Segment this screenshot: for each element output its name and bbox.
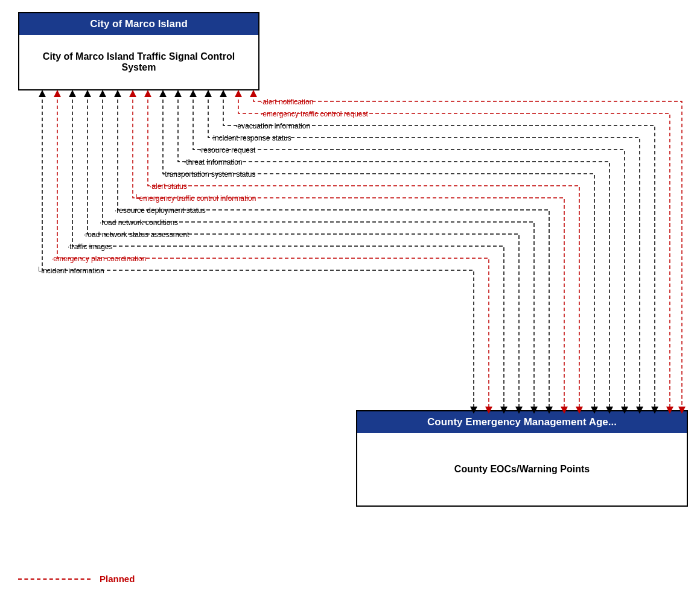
svg-text:·alert notification: ·alert notification: [261, 98, 313, 106]
flow-resource-deployment-status: ·resource deployment status: [115, 93, 549, 410]
flow-emergency-plan-coordination: ·emergency plan coordination: [51, 93, 489, 410]
svg-text:└emergency traffic control inf: └emergency traffic control information: [134, 194, 256, 203]
svg-text:·transportation system status: ·transportation system status: [163, 170, 255, 179]
flow-road-network-conditions: ·road network conditions: [100, 93, 534, 410]
svg-text:└incident information: └incident information: [36, 267, 104, 275]
svg-text:·emergency plan coordination: ·emergency plan coordination: [51, 255, 146, 263]
flow-resource-request: ·resource request: [193, 93, 625, 410]
legend-line: [18, 578, 91, 580]
legend: Planned: [18, 574, 135, 584]
flow-road-network-status-assessment: ·road network status assessment: [83, 93, 519, 410]
svg-text:·road network status assessmen: ·road network status assessment: [83, 230, 189, 239]
source-box: City of Marco Island City of Marco Islan…: [18, 12, 259, 90]
svg-text:·alert status: ·alert status: [150, 182, 187, 191]
svg-text:·emergency traffic control req: ·emergency traffic control request: [261, 110, 369, 118]
svg-text:·threat information: ·threat information: [184, 158, 243, 166]
flow-evacuation-information: ·evacuation information: [223, 93, 655, 410]
flow-alert-notification: ·alert notification: [253, 93, 682, 410]
source-box-header: City of Marco Island: [19, 13, 258, 35]
svg-text:·evacuation information: ·evacuation information: [235, 122, 310, 130]
dest-box: County Emergency Management Age... Count…: [356, 410, 688, 507]
flow-alert-status: ·alert status: [148, 93, 579, 410]
flow-incident-response-status: ·incident response status: [208, 93, 640, 410]
svg-text:·traffic images: ·traffic images: [68, 242, 112, 251]
source-box-body: City of Marco Island Traffic Signal Cont…: [19, 35, 258, 89]
flow-threat-information: ·threat information: [178, 93, 609, 410]
flow-transportation-system-status: ·transportation system status: [163, 93, 594, 410]
dest-box-body: County EOCs/Warning Points: [357, 433, 687, 505]
legend-label: Planned: [100, 574, 135, 584]
svg-text:·resource request: ·resource request: [199, 146, 256, 154]
svg-text:·resource deployment status: ·resource deployment status: [115, 206, 206, 215]
flow-traffic-images: ·traffic images: [68, 93, 504, 410]
flow-emergency-traffic-control-information: └emergency traffic control information: [133, 93, 564, 410]
svg-text:·incident response status: ·incident response status: [211, 134, 291, 142]
svg-text:·road network conditions: ·road network conditions: [100, 218, 178, 227]
flow-incident-information: └incident information: [36, 93, 474, 410]
flow-emergency-traffic-control-request: ·emergency traffic control request: [238, 93, 670, 410]
diagram-container: City of Marco Island City of Marco Islan…: [0, 0, 700, 602]
dest-box-header: County Emergency Management Age...: [357, 411, 687, 433]
